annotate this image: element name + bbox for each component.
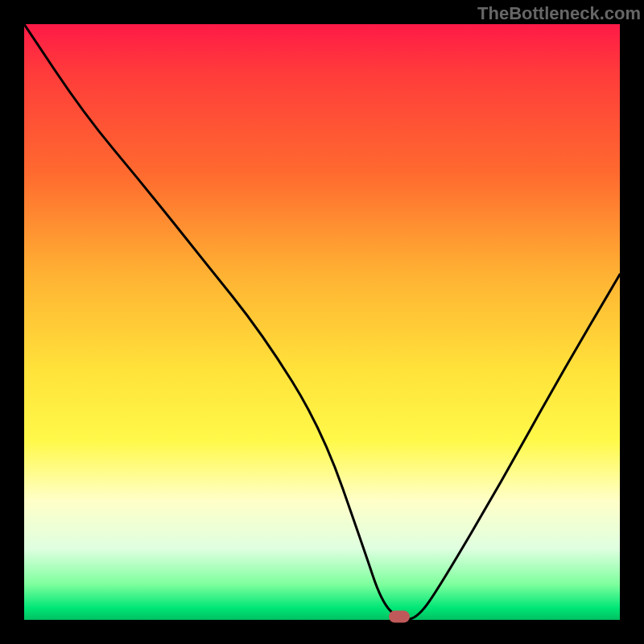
watermark-text: TheBottleneck.com (477, 3, 641, 24)
minimum-marker (389, 611, 410, 623)
plot-area (24, 24, 620, 620)
curve-path (24, 24, 620, 619)
bottleneck-curve (24, 24, 620, 620)
chart-frame: TheBottleneck.com (0, 0, 644, 644)
